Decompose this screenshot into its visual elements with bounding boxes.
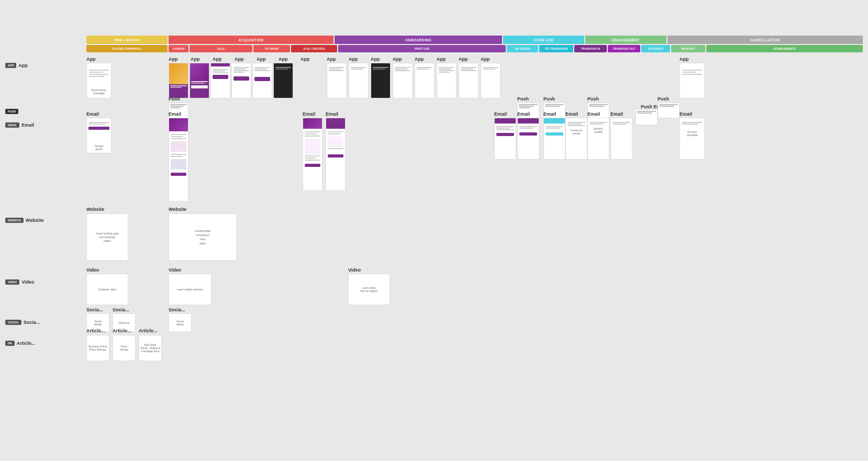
push-card-5[interactable] [636,109,658,125]
channel-app-label: APP App [5,63,28,68]
video-badge: VIDEO [5,279,19,285]
app-card-acq-2[interactable] [190,63,209,98]
section-label-website-1: Website [86,207,104,212]
section-label-email-3: Email [303,111,315,117]
website-card-2[interactable]: Landing pagecomparisonFeesvideo [169,213,237,261]
article-card-3[interactable]: Best RateArticle - RegionalCampaign done [139,335,162,361]
section-label-article-2: Article... [113,328,131,333]
section-label-video-2: Video [169,267,181,273]
app-card-onboard-8[interactable] [481,63,500,98]
email-card-core-6[interactable] [610,118,632,160]
article-card-1[interactable]: Business ArticlePress Release [86,335,109,361]
app-card-acq-3[interactable] [210,63,230,98]
section-label-email-11: Email [680,111,692,117]
section-label-email-8: Email [565,111,578,117]
phase-pre-launch: PRE LAUNCH [86,36,168,44]
section-label-app-2: App [169,57,178,62]
app-card-onboard-6[interactable] [437,63,457,98]
phase-header-row: PRE LAUNCH ACQUISITION ONBOARDING CORE U… [86,36,863,44]
app-channel-name: App [18,63,28,68]
social-card-3[interactable]: SocialMedia [169,313,192,332]
app-card-acq-6[interactable] [273,63,293,98]
section-label-social-1: Socia... [86,307,103,312]
app-card-onboard-2[interactable] [349,63,369,98]
phase-acquisition: ACQUISITION [169,36,333,44]
channel-website-label: WEBSITE Website [5,218,43,223]
channel-video-label: VIDEO Video [5,279,34,285]
section-label-app-11: App [371,57,380,62]
app-card-acq-4[interactable] [231,63,251,98]
video-card-3[interactable]: Learn videohow to register [348,274,390,305]
app-card-prelaunch[interactable]: Brand NameCampaign [86,63,112,98]
subphase-monthly: MONTHLY [671,45,705,52]
article-card-2[interactable]: Pressrelease [113,335,136,361]
email-card-acq[interactable] [169,118,188,201]
app-card-acq-5[interactable] [252,63,272,98]
section-label-app-15: App [459,57,468,62]
channel-social-label: SOCIAL Socia... [5,320,40,325]
email-badge: EMAIL [5,122,19,128]
section-label-push-2: Push [517,96,529,102]
section-label-email-10: Email [610,111,623,117]
section-label-video-1: Video [86,267,99,273]
pr-badge: PR [5,341,15,346]
section-label-article-1: Article... [86,328,105,333]
app-card-onboard-5[interactable] [415,63,435,98]
section-label-app-8: App [301,57,310,62]
section-label-social-2: Socia... [113,307,129,312]
email-card-onboard-2[interactable] [326,118,346,191]
section-label-email-5: Email [494,111,507,117]
section-label-app-1: App [86,57,96,62]
phase-onboarding: ONBOARDING [335,36,502,44]
section-label-email-6: Email [517,111,530,117]
email-card-core-3[interactable] [543,118,565,160]
section-label-app-12: App [393,57,402,62]
subphase-header-row: TEASER CAMPAIGN 1 LAUNCH SALE UP SKIDS A… [86,45,863,52]
section-label-app-13: App [415,57,424,62]
section-label-app-6: App [257,57,266,62]
email-card-core-5[interactable]: Monthlyupdate [587,118,609,160]
video-channel-name: Video [21,279,34,285]
email-card-prelaunch[interactable]: SampleEmail [86,118,112,153]
section-label-push-1: Push [169,96,180,102]
subphase-1st-transfer: 1ST TRANSFER IN [539,45,573,52]
subphase-upgrads2: UP GRADS [641,45,670,52]
video-card-2[interactable]: Learn mobile overview [169,274,212,305]
section-label-app-3: App [191,57,200,62]
section-label-push-3: Push [543,96,555,102]
phase-engagement: ENGAGEMENT [585,36,666,44]
section-label-app-10: App [349,57,358,62]
app-card-cancel[interactable] [680,63,705,98]
video-card-1[interactable]: Explainer video [86,274,128,305]
app-badge: APP [5,63,16,68]
main-canvas: PRE LAUNCH ACQUISITION ONBOARDING CORE U… [0,0,868,461]
section-label-app-14: App [437,57,446,62]
section-label-app-9: App [327,57,336,62]
phase-core-use: CORE USE [503,36,584,44]
app-card-onboard-1[interactable] [327,63,347,98]
app-card-onboard-3[interactable] [371,63,391,98]
push-card-6[interactable] [658,103,680,118]
email-card-core-4[interactable]: Thanks forjoining [565,118,587,160]
email-card-core-2[interactable] [517,118,539,160]
phase-cancellation: CANCELLATION [667,36,863,44]
app-card-acq-photo[interactable] [169,63,188,98]
website-card-1[interactable]: Home landing pageand campaignpages [86,213,128,261]
email-card-cancel[interactable]: Accountcancelled [680,118,705,160]
subphase-launch: LAUNCH [169,45,188,52]
subphase-acq: ACQ. CREATED [291,45,337,52]
section-label-article-3: Article... [139,328,158,333]
channel-email-label: EMAIL Email [5,122,34,128]
app-card-onboard-7[interactable] [459,63,478,98]
email-channel-name: Email [21,122,34,128]
subphase-transfer-out: TRANSFER OUT [608,45,640,52]
section-label-app-7: App [279,57,288,62]
section-label-social-3: Socia... [169,307,185,312]
section-label-email-9: Email [587,111,600,117]
subphase-upskids: UP SKIDS [253,45,290,52]
subphase-upgrads: UP GRADS [507,45,538,52]
section-label-app-17: App [680,57,689,62]
email-card-onboard-1[interactable] [303,118,322,191]
app-card-onboard-4[interactable] [393,63,413,98]
email-card-core-1[interactable] [494,118,516,160]
